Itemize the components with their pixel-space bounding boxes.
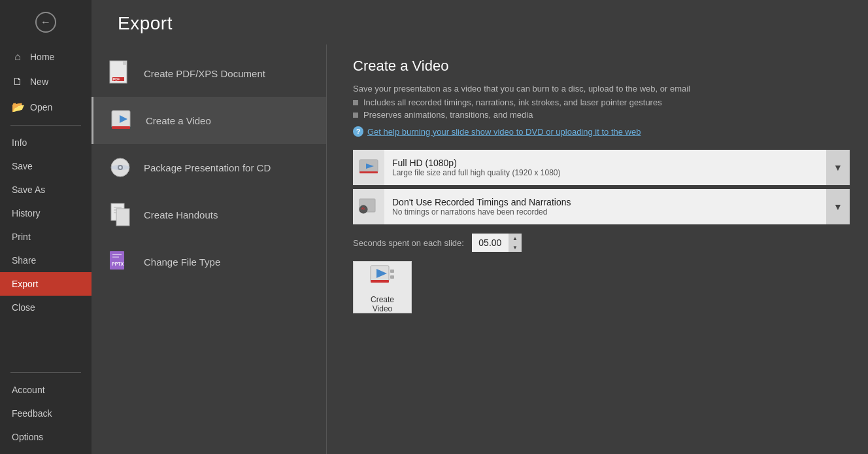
sidebar-item-info[interactable]: Info (0, 131, 92, 154)
help-link-text[interactable]: Get help burning your slide show video t… (367, 127, 641, 137)
option-create-video[interactable]: Create a Video (92, 97, 326, 144)
option-create-pdf[interactable]: PDF Create PDF/XPS Document (92, 50, 326, 97)
seconds-input-wrap[interactable]: ▲ ▼ (472, 234, 522, 252)
option-label-create-handouts: Create Handouts (144, 209, 218, 220)
seconds-label: Seconds spent on each slide: (353, 238, 464, 248)
sidebar-label-save-as: Save As (12, 184, 45, 195)
seconds-down-button[interactable]: ▼ (509, 243, 522, 252)
bullet-text-2: Preserves animations, transitions, and m… (363, 110, 533, 120)
sidebar-item-save[interactable]: Save (0, 154, 92, 178)
svg-rect-31 (390, 270, 394, 273)
sidebar-item-account[interactable]: Account (0, 378, 92, 402)
quality-sub-text: Large file size and full high quality (1… (392, 168, 818, 177)
seconds-input[interactable] (472, 234, 509, 252)
quality-dropdown[interactable]: Full HD (1080p) Large file size and full… (353, 150, 850, 185)
sidebar-label-account: Account (12, 385, 45, 395)
file-type-icon: PPTX (107, 249, 133, 275)
seconds-up-button[interactable]: ▲ (509, 234, 522, 243)
timings-dropdown-content: Don't Use Recorded Timings and Narration… (384, 194, 826, 219)
export-detail-panel: Create a Video Save your presentation as… (327, 44, 868, 454)
detail-description: Save your presentation as a video that y… (353, 84, 850, 94)
bullet-square-1 (353, 100, 358, 105)
svg-rect-30 (371, 280, 389, 283)
timings-dropdown[interactable]: Don't Use Recorded Timings and Narration… (353, 189, 850, 224)
quality-dropdown-icon (353, 150, 384, 185)
svg-rect-32 (390, 275, 394, 279)
sidebar-label-info: Info (12, 137, 27, 148)
option-package-cd[interactable]: Package Presentation for CD (92, 144, 326, 191)
svg-line-27 (363, 209, 365, 209)
cd-icon (107, 154, 133, 181)
seconds-spinner[interactable]: ▲ ▼ (509, 234, 522, 252)
option-label-create-pdf: Create PDF/XPS Document (144, 68, 265, 79)
sidebar-nav-home[interactable]: ⌂ Home (0, 44, 92, 69)
seconds-row: Seconds spent on each slide: ▲ ▼ (353, 234, 850, 252)
back-button[interactable]: ← (0, 0, 92, 44)
svg-rect-23 (359, 171, 378, 173)
sidebar-label-open: Open (30, 102, 52, 113)
detail-help-link[interactable]: ? Get help burning your slide show video… (353, 126, 850, 137)
svg-point-11 (111, 165, 129, 170)
sidebar-item-share[interactable]: Share (0, 249, 92, 272)
sidebar-nav-new[interactable]: 🗋 New (0, 69, 92, 94)
new-icon: 🗋 (12, 76, 24, 88)
page-title: Export (92, 0, 868, 44)
detail-title: Create a Video (353, 58, 850, 75)
svg-text:PPTX: PPTX (112, 262, 124, 266)
sidebar-label-feedback: Feedback (12, 408, 52, 419)
timings-main-text: Don't Use Recorded Timings and Narration… (392, 197, 818, 207)
sidebar-nav-open[interactable]: 📂 Open (0, 94, 92, 120)
main-content: Export PDF Create PDF/XPS Document (92, 0, 868, 454)
sidebar-label-export: Export (12, 279, 38, 289)
detail-bullet-2: Preserves animations, transitions, and m… (353, 110, 850, 120)
svg-rect-19 (112, 256, 119, 258)
bullet-text-1: Includes all recorded timings, narration… (363, 97, 662, 107)
sidebar-item-close[interactable]: Close (0, 296, 92, 319)
create-video-button[interactable]: CreateVideo (353, 261, 412, 313)
video-icon (109, 107, 135, 133)
sidebar-item-export[interactable]: Export (0, 272, 92, 296)
pdf-icon: PDF (107, 60, 133, 86)
export-options-panel: PDF Create PDF/XPS Document Create a Vid… (92, 44, 327, 454)
sidebar-label-close: Close (12, 302, 35, 313)
svg-rect-7 (112, 126, 130, 129)
sidebar-label-save: Save (12, 161, 33, 171)
sidebar-item-history[interactable]: History (0, 201, 92, 225)
back-circle-icon[interactable]: ← (35, 12, 56, 33)
sidebar-item-save-as[interactable]: Save As (0, 178, 92, 201)
option-label-package-cd: Package Presentation for CD (144, 162, 271, 173)
timings-dropdown-icon (353, 189, 384, 224)
timings-sub-text: No timings or narrations have been recor… (392, 207, 818, 217)
sidebar-item-feedback[interactable]: Feedback (0, 402, 92, 425)
option-label-change-file-type: Change File Type (144, 256, 220, 268)
sidebar-label-new: New (30, 77, 48, 87)
option-label-create-video: Create a Video (146, 115, 211, 126)
sidebar-label-print: Print (12, 232, 31, 242)
sidebar-label-share: Share (12, 255, 36, 266)
sidebar-label-home: Home (30, 52, 54, 62)
svg-rect-18 (112, 254, 122, 255)
timings-dropdown-arrow[interactable]: ▼ (826, 189, 850, 224)
create-video-btn-label: CreateVideo (371, 295, 394, 313)
sidebar-label-history: History (12, 208, 41, 218)
sidebar-bottom: Account Feedback Options (0, 367, 92, 454)
svg-rect-4 (123, 61, 127, 65)
option-create-handouts[interactable]: Create Handouts (92, 191, 326, 238)
option-change-file-type[interactable]: PPTX Change File Type (92, 238, 326, 285)
sidebar-divider-top (10, 125, 81, 126)
quality-dropdown-content: Full HD (1080p) Large file size and full… (384, 155, 826, 180)
svg-text:PDF: PDF (113, 77, 120, 81)
sidebar: ← ⌂ Home 🗋 New 📂 Open Info Save Save As … (0, 0, 92, 454)
quality-main-text: Full HD (1080p) (392, 158, 818, 168)
help-icon: ? (353, 126, 363, 137)
home-icon: ⌂ (12, 51, 24, 63)
export-body: PDF Create PDF/XPS Document Create a Vid… (92, 44, 868, 454)
open-icon: 📂 (12, 101, 24, 113)
sidebar-item-print[interactable]: Print (0, 225, 92, 249)
sidebar-label-options: Options (12, 432, 43, 442)
handouts-icon (107, 201, 133, 228)
quality-dropdown-arrow[interactable]: ▼ (826, 150, 850, 185)
sidebar-item-options[interactable]: Options (0, 425, 92, 449)
svg-rect-13 (114, 207, 122, 208)
sidebar-divider-bottom (10, 372, 81, 373)
